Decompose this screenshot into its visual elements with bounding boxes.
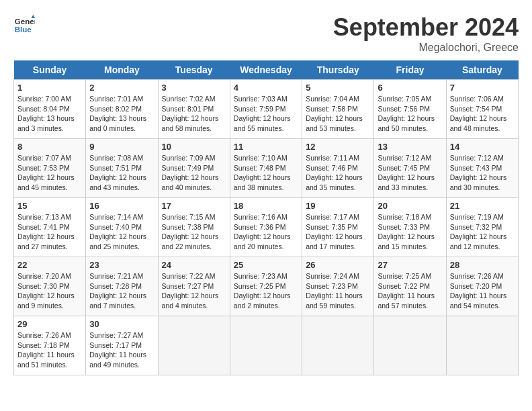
day-number: 22 xyxy=(17,260,82,270)
calendar-day-19: 19 Sunrise: 7:17 AM Sunset: 7:35 PM Dayl… xyxy=(302,198,374,257)
col-saturday: Saturday xyxy=(446,60,518,80)
day-info: Sunrise: 7:19 AM Sunset: 7:32 PM Dayligh… xyxy=(450,212,515,252)
day-number: 29 xyxy=(17,319,82,329)
col-tuesday: Tuesday xyxy=(158,60,230,80)
logo: General Blue xyxy=(13,13,35,35)
day-info: Sunrise: 7:00 AM Sunset: 8:04 PM Dayligh… xyxy=(17,94,82,134)
day-info: Sunrise: 7:23 AM Sunset: 7:25 PM Dayligh… xyxy=(234,271,298,311)
calendar-week-5: 29 Sunrise: 7:26 AM Sunset: 7:18 PM Dayl… xyxy=(14,316,519,375)
calendar-table: Sunday Monday Tuesday Wednesday Thursday… xyxy=(13,60,519,375)
empty-cell xyxy=(302,316,374,375)
empty-cell xyxy=(230,316,302,375)
day-number: 2 xyxy=(89,83,154,93)
day-number: 8 xyxy=(17,142,82,152)
day-info: Sunrise: 7:02 AM Sunset: 8:01 PM Dayligh… xyxy=(162,94,226,134)
day-number: 26 xyxy=(306,260,370,270)
col-wednesday: Wednesday xyxy=(230,60,302,80)
calendar-day-17: 17 Sunrise: 7:15 AM Sunset: 7:38 PM Dayl… xyxy=(158,198,230,257)
day-number: 1 xyxy=(17,83,82,93)
day-info: Sunrise: 7:09 AM Sunset: 7:49 PM Dayligh… xyxy=(162,153,226,193)
svg-text:General: General xyxy=(15,17,35,26)
day-info: Sunrise: 7:22 AM Sunset: 7:27 PM Dayligh… xyxy=(162,271,226,311)
day-info: Sunrise: 7:04 AM Sunset: 7:58 PM Dayligh… xyxy=(306,94,370,134)
calendar-day-11: 11 Sunrise: 7:10 AM Sunset: 7:48 PM Dayl… xyxy=(230,139,302,198)
day-info: Sunrise: 7:12 AM Sunset: 7:45 PM Dayligh… xyxy=(378,153,442,193)
day-info: Sunrise: 7:08 AM Sunset: 7:51 PM Dayligh… xyxy=(89,153,154,193)
calendar-day-26: 26 Sunrise: 7:24 AM Sunset: 7:23 PM Dayl… xyxy=(302,257,374,316)
day-info: Sunrise: 7:07 AM Sunset: 7:53 PM Dayligh… xyxy=(17,153,82,193)
day-info: Sunrise: 7:26 AM Sunset: 7:20 PM Dayligh… xyxy=(450,271,515,311)
svg-text:Blue: Blue xyxy=(15,26,32,34)
col-thursday: Thursday xyxy=(302,60,374,80)
day-info: Sunrise: 7:05 AM Sunset: 7:56 PM Dayligh… xyxy=(378,94,442,134)
day-info: Sunrise: 7:25 AM Sunset: 7:22 PM Dayligh… xyxy=(378,271,442,311)
calendar-week-1: 1 Sunrise: 7:00 AM Sunset: 8:04 PM Dayli… xyxy=(14,80,519,139)
calendar-day-28: 28 Sunrise: 7:26 AM Sunset: 7:20 PM Dayl… xyxy=(446,257,518,316)
header-row: Sunday Monday Tuesday Wednesday Thursday… xyxy=(14,60,519,80)
day-info: Sunrise: 7:17 AM Sunset: 7:35 PM Dayligh… xyxy=(306,212,370,252)
calendar-day-10: 10 Sunrise: 7:09 AM Sunset: 7:49 PM Dayl… xyxy=(158,139,230,198)
page-header: General Blue September 2024 Megalochori,… xyxy=(13,13,519,54)
day-number: 17 xyxy=(162,201,226,211)
calendar-week-3: 15 Sunrise: 7:13 AM Sunset: 7:41 PM Dayl… xyxy=(14,198,519,257)
day-number: 11 xyxy=(234,142,298,152)
calendar-day-24: 24 Sunrise: 7:22 AM Sunset: 7:27 PM Dayl… xyxy=(158,257,230,316)
calendar-day-21: 21 Sunrise: 7:19 AM Sunset: 7:32 PM Dayl… xyxy=(446,198,518,257)
calendar-day-8: 8 Sunrise: 7:07 AM Sunset: 7:53 PM Dayli… xyxy=(14,139,86,198)
day-number: 6 xyxy=(378,83,442,93)
day-number: 5 xyxy=(306,83,370,93)
calendar-day-27: 27 Sunrise: 7:25 AM Sunset: 7:22 PM Dayl… xyxy=(374,257,446,316)
calendar-day-23: 23 Sunrise: 7:21 AM Sunset: 7:28 PM Dayl… xyxy=(86,257,158,316)
col-friday: Friday xyxy=(374,60,446,80)
day-number: 20 xyxy=(378,201,442,211)
calendar-day-20: 20 Sunrise: 7:18 AM Sunset: 7:33 PM Dayl… xyxy=(374,198,446,257)
day-number: 18 xyxy=(234,201,298,211)
day-number: 23 xyxy=(89,260,154,270)
calendar-day-3: 3 Sunrise: 7:02 AM Sunset: 8:01 PM Dayli… xyxy=(158,80,230,139)
calendar-day-15: 15 Sunrise: 7:13 AM Sunset: 7:41 PM Dayl… xyxy=(14,198,86,257)
day-number: 19 xyxy=(306,201,370,211)
day-info: Sunrise: 7:21 AM Sunset: 7:28 PM Dayligh… xyxy=(89,271,154,311)
col-sunday: Sunday xyxy=(14,60,86,80)
calendar-day-22: 22 Sunrise: 7:20 AM Sunset: 7:30 PM Dayl… xyxy=(14,257,86,316)
day-number: 10 xyxy=(162,142,226,152)
empty-cell xyxy=(374,316,446,375)
day-number: 21 xyxy=(450,201,515,211)
day-info: Sunrise: 7:10 AM Sunset: 7:48 PM Dayligh… xyxy=(234,153,298,193)
calendar-week-2: 8 Sunrise: 7:07 AM Sunset: 7:53 PM Dayli… xyxy=(14,139,519,198)
day-number: 16 xyxy=(89,201,154,211)
month-title: September 2024 xyxy=(333,13,519,42)
calendar-week-4: 22 Sunrise: 7:20 AM Sunset: 7:30 PM Dayl… xyxy=(14,257,519,316)
day-number: 30 xyxy=(89,319,154,329)
day-number: 12 xyxy=(306,142,370,152)
calendar-day-14: 14 Sunrise: 7:12 AM Sunset: 7:43 PM Dayl… xyxy=(446,139,518,198)
day-info: Sunrise: 7:13 AM Sunset: 7:41 PM Dayligh… xyxy=(17,212,82,252)
title-area: September 2024 Megalochori, Greece xyxy=(333,13,519,54)
day-info: Sunrise: 7:11 AM Sunset: 7:46 PM Dayligh… xyxy=(306,153,370,193)
day-number: 9 xyxy=(89,142,154,152)
calendar-day-16: 16 Sunrise: 7:14 AM Sunset: 7:40 PM Dayl… xyxy=(86,198,158,257)
day-info: Sunrise: 7:15 AM Sunset: 7:38 PM Dayligh… xyxy=(162,212,226,252)
day-number: 27 xyxy=(378,260,442,270)
location: Megalochori, Greece xyxy=(333,42,519,54)
calendar-day-29: 29 Sunrise: 7:26 AM Sunset: 7:18 PM Dayl… xyxy=(14,316,86,375)
col-monday: Monday xyxy=(86,60,158,80)
empty-cell xyxy=(158,316,230,375)
calendar-day-1: 1 Sunrise: 7:00 AM Sunset: 8:04 PM Dayli… xyxy=(14,80,86,139)
svg-marker-2 xyxy=(32,15,35,18)
day-info: Sunrise: 7:06 AM Sunset: 7:54 PM Dayligh… xyxy=(450,94,515,134)
day-number: 14 xyxy=(450,142,515,152)
day-number: 7 xyxy=(450,83,515,93)
day-number: 3 xyxy=(162,83,226,93)
calendar-day-18: 18 Sunrise: 7:16 AM Sunset: 7:36 PM Dayl… xyxy=(230,198,302,257)
calendar-day-2: 2 Sunrise: 7:01 AM Sunset: 8:02 PM Dayli… xyxy=(86,80,158,139)
day-number: 15 xyxy=(17,201,82,211)
day-number: 4 xyxy=(234,83,298,93)
day-info: Sunrise: 7:14 AM Sunset: 7:40 PM Dayligh… xyxy=(89,212,154,252)
calendar-day-4: 4 Sunrise: 7:03 AM Sunset: 7:59 PM Dayli… xyxy=(230,80,302,139)
calendar-day-12: 12 Sunrise: 7:11 AM Sunset: 7:46 PM Dayl… xyxy=(302,139,374,198)
calendar-day-30: 30 Sunrise: 7:27 AM Sunset: 7:17 PM Dayl… xyxy=(86,316,158,375)
day-info: Sunrise: 7:16 AM Sunset: 7:36 PM Dayligh… xyxy=(234,212,298,252)
day-info: Sunrise: 7:20 AM Sunset: 7:30 PM Dayligh… xyxy=(17,271,82,311)
calendar-day-9: 9 Sunrise: 7:08 AM Sunset: 7:51 PM Dayli… xyxy=(86,139,158,198)
